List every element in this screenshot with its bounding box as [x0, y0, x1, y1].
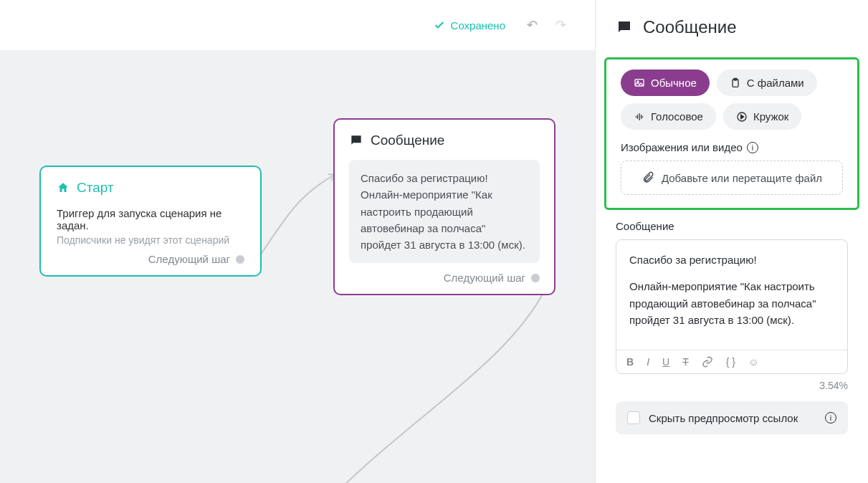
- connector-line: [258, 172, 344, 258]
- tab-label: Кружок: [753, 110, 789, 123]
- home-icon: [57, 181, 70, 194]
- message-editor: Спасибо за регистрацию! Онлайн-мероприят…: [616, 239, 848, 374]
- file-dropzone[interactable]: Добавьте или перетащите файл: [621, 161, 843, 195]
- start-title: Старт: [57, 180, 244, 196]
- sidebar-title-text: Сообщение: [643, 17, 737, 37]
- start-desc-2: Подписчики не увидят этот сценарий: [57, 234, 244, 246]
- tab-voice[interactable]: Голосовое: [621, 103, 716, 130]
- next-step-label: Следующий шаг: [148, 253, 230, 265]
- redo-button[interactable]: ↷: [555, 17, 566, 33]
- link-button[interactable]: [702, 356, 713, 368]
- tab-circle[interactable]: Кружок: [723, 103, 802, 130]
- code-button[interactable]: { }: [726, 356, 735, 368]
- editor-paragraph: Онлайн-мероприятие "Как настроить продаю…: [629, 278, 834, 328]
- clipboard-icon: [730, 77, 741, 89]
- media-label-text: Изображения или видео: [621, 141, 743, 153]
- message-next-step[interactable]: Следующий шаг: [349, 272, 540, 284]
- message-node[interactable]: Сообщение Спасибо за регистрацию! Онлайн…: [333, 118, 555, 295]
- saved-label: Сохранено: [451, 19, 505, 32]
- hide-preview-label: Скрыть предпросмотр ссылок: [649, 412, 798, 424]
- editor-toolbar: B I U T { } ☺: [616, 350, 847, 373]
- next-step-label: Следующий шаг: [444, 272, 525, 284]
- undo-redo-group: ↶ ↷: [527, 17, 566, 33]
- info-icon[interactable]: i: [747, 142, 758, 153]
- flow-canvas[interactable]: Старт Триггер для запуска сценария не за…: [0, 50, 595, 483]
- editor-paragraph: Спасибо за регистрацию!: [629, 252, 834, 268]
- message-title-text: Сообщение: [371, 133, 444, 148]
- check-icon: [434, 19, 445, 31]
- highlight-area: Обычное С файлами Голосовое Кружок Изобр…: [604, 57, 859, 210]
- tab-regular[interactable]: Обычное: [621, 70, 710, 96]
- tab-files[interactable]: С файлами: [717, 70, 817, 96]
- strikethrough-button[interactable]: T: [682, 356, 689, 368]
- connector-line-2: [301, 287, 552, 483]
- editor-content[interactable]: Спасибо за регистрацию! Онлайн-мероприят…: [616, 240, 847, 350]
- chat-icon: [349, 133, 363, 148]
- saved-status: Сохранено: [434, 19, 505, 32]
- audio-icon: [634, 111, 645, 123]
- start-desc-1: Триггер для запуска сценария не задан.: [57, 207, 244, 231]
- char-percent: 3.54%: [596, 374, 868, 401]
- sidebar-title: Сообщение: [596, 0, 868, 50]
- chat-icon: [616, 19, 633, 36]
- connector-dot-icon[interactable]: [531, 274, 540, 282]
- attach-icon: [642, 171, 654, 184]
- start-next-step[interactable]: Следующий шаг: [57, 253, 244, 265]
- image-icon: [634, 77, 645, 89]
- tab-label: Голосовое: [651, 110, 703, 123]
- connector-dot-icon[interactable]: [236, 255, 244, 264]
- message-title: Сообщение: [349, 133, 540, 148]
- hide-preview-row[interactable]: Скрыть предпросмотр ссылок i: [616, 401, 848, 434]
- link-icon: [702, 356, 713, 368]
- hide-preview-checkbox[interactable]: [627, 411, 640, 424]
- bold-button[interactable]: B: [626, 356, 634, 368]
- start-title-text: Старт: [77, 180, 114, 196]
- dropzone-label: Добавьте или перетащите файл: [662, 172, 822, 184]
- message-type-tabs: Обычное С файлами Голосовое Кружок: [621, 70, 843, 130]
- topbar: Сохранено ↶ ↷: [0, 0, 595, 50]
- info-icon[interactable]: i: [825, 412, 836, 424]
- undo-button[interactable]: ↶: [527, 17, 538, 33]
- message-section-label: Сообщение: [596, 220, 868, 239]
- underline-button[interactable]: U: [662, 356, 669, 368]
- sidebar-panel: Сообщение Обычное С файлами Голосовое Кр…: [595, 0, 868, 483]
- message-body: Спасибо за регистрацию! Онлайн-мероприят…: [349, 160, 540, 263]
- tab-label: С файлами: [747, 77, 804, 89]
- tab-label: Обычное: [651, 77, 697, 89]
- media-label: Изображения или видео i: [621, 141, 843, 153]
- emoji-button[interactable]: ☺: [748, 356, 758, 368]
- play-icon: [736, 111, 748, 123]
- italic-button[interactable]: I: [647, 356, 649, 368]
- start-node[interactable]: Старт Триггер для запуска сценария не за…: [39, 166, 262, 277]
